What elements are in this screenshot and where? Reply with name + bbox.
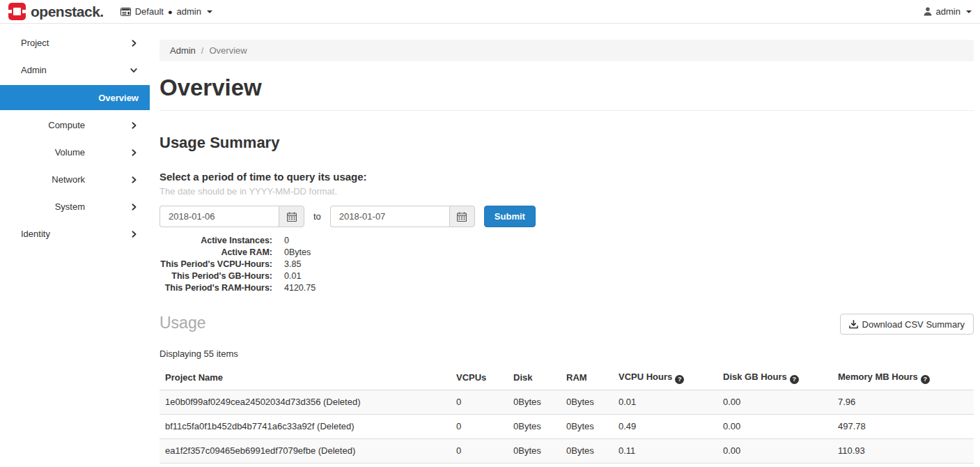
calendar-icon[interactable] (279, 206, 304, 227)
table-header-row: Project Name VCPUs Disk RAM VCPU Hours? … (160, 367, 974, 390)
download-csv-button[interactable]: Download CSV Summary (840, 314, 974, 335)
cell-vcpu-hours: 0.01 (613, 390, 717, 414)
col-header-project-name[interactable]: Project Name (160, 367, 451, 390)
chevron-down-icon (966, 10, 972, 13)
domain-label: Default (135, 6, 164, 17)
context-separator-dot: ● (168, 8, 173, 16)
usage-stats: Active Instances: 0 Active RAM: 0Bytes T… (160, 236, 974, 293)
download-csv-label: Download CSV Summary (862, 319, 965, 330)
col-header-vcpus[interactable]: VCPUs (451, 367, 508, 390)
calendar-icon[interactable] (449, 206, 475, 227)
user-menu[interactable]: admin (924, 6, 972, 17)
items-count: Displaying 55 items (160, 349, 974, 359)
cell-ram: 0Bytes (561, 438, 613, 463)
chevron-right-icon (130, 121, 138, 130)
openstack-logo-icon (8, 3, 26, 20)
sidebar-item-identity[interactable]: Identity (0, 220, 150, 247)
chevron-right-icon (130, 230, 138, 238)
stat-value: 0Bytes (284, 247, 974, 257)
title-divider (160, 110, 974, 111)
stat-label: This Period's VCPU-Hours: (160, 259, 272, 269)
stat-label: This Period's GB-Hours: (160, 271, 272, 281)
cell-project-name: bf11c5fa0f1b452db4b7741a6c33a92f (Delete… (160, 414, 451, 438)
user-name: admin (936, 6, 960, 17)
date-format-hint: The date should be in YYYY-MM-DD format. (160, 186, 974, 197)
cell-memory-mb-hours: 110.93 (832, 438, 974, 463)
help-icon[interactable]: ? (675, 375, 684, 384)
cell-memory-mb-hours: 497.78 (832, 414, 974, 438)
usage-section-header: Usage Download CSV Summary (160, 314, 974, 335)
sidebar-nav: Project Admin Overview Compute Volume (0, 24, 150, 467)
cell-memory-mb-hours: 7.96 (832, 390, 974, 414)
user-icon (924, 7, 932, 16)
sidebar-item-network[interactable]: Network (0, 166, 150, 193)
col-header-vcpu-hours[interactable]: VCPU Hours? (613, 367, 717, 390)
stat-label: Active Instances: (160, 236, 272, 245)
date-to-group (330, 206, 475, 227)
sidebar-item-system[interactable]: System (0, 193, 150, 220)
col-header-ram[interactable]: RAM (561, 367, 613, 390)
chevron-right-icon (130, 203, 138, 211)
sidebar-item-project[interactable]: Project (0, 29, 150, 56)
help-icon[interactable]: ? (790, 375, 799, 384)
chevron-down-icon (207, 10, 212, 13)
cell-project-name: ea1f2f357c09465eb6991edf7079efbe (Delete… (160, 438, 451, 463)
table-row: bf11c5fa0f1b452db4b7741a6c33a92f (Delete… (160, 414, 974, 438)
chevron-down-icon (130, 66, 138, 74)
cell-disk-gb-hours: 0.00 (717, 390, 832, 414)
col-header-disk-gb-hours[interactable]: Disk GB Hours? (717, 367, 832, 390)
sidebar-item-label: Identity (21, 229, 50, 239)
sidebar-item-label: Project (21, 38, 49, 48)
project-label: admin (177, 6, 201, 17)
stat-value: 0 (284, 236, 974, 245)
sidebar-item-label: Compute (48, 120, 85, 130)
date-range-form: to Submit (160, 206, 974, 227)
table-row: 1e0b0f99af0249cea24502034d73d356 (Delete… (160, 390, 974, 414)
page-title: Overview (160, 74, 974, 102)
col-header-memory-mb-hours[interactable]: Memory MB Hours? (832, 367, 974, 390)
sidebar-item-label: Overview (98, 93, 139, 103)
sidebar-item-overview[interactable]: Overview (0, 85, 150, 110)
brand-name: openstack. (31, 3, 104, 20)
period-prompt: Select a period of time to query its usa… (160, 171, 974, 183)
cell-disk-gb-hours: 0.00 (717, 438, 832, 463)
breadcrumb-current: Overview (209, 45, 247, 56)
cell-vcpus: 0 (451, 438, 508, 463)
date-from-input[interactable] (160, 206, 279, 227)
chevron-right-icon (130, 148, 138, 157)
sidebar-item-label: Admin (21, 65, 47, 75)
download-icon (849, 320, 858, 329)
help-icon[interactable]: ? (921, 375, 930, 384)
sidebar-item-admin[interactable]: Admin (0, 56, 150, 84)
cell-disk: 0Bytes (508, 390, 561, 414)
chevron-right-icon (130, 39, 138, 47)
sidebar-item-compute[interactable]: Compute (0, 112, 150, 139)
top-navbar: openstack. Default ● admin admin (0, 0, 980, 24)
chevron-right-icon (130, 176, 138, 184)
brand-logo[interactable]: openstack. (8, 3, 104, 20)
stat-value: 3.85 (284, 259, 974, 269)
submit-button[interactable]: Submit (484, 206, 536, 227)
domain-icon (120, 8, 131, 16)
domain-project-switcher[interactable]: Default ● admin (120, 6, 212, 17)
date-to-input[interactable] (330, 206, 449, 227)
cell-disk: 0Bytes (508, 414, 561, 438)
table-row: ea1f2f357c09465eb6991edf7079efbe (Delete… (160, 438, 974, 463)
breadcrumb: Admin / Overview (160, 40, 974, 61)
cell-disk-gb-hours: 0.00 (717, 414, 832, 438)
sidebar-item-label: System (55, 201, 85, 212)
date-from-group (160, 206, 304, 227)
main-content: Admin / Overview Overview Usage Summary … (150, 24, 980, 467)
stat-label: This Period's RAM-Hours: (160, 283, 272, 293)
cell-vcpus: 0 (451, 390, 508, 414)
sidebar-item-volume[interactable]: Volume (0, 139, 150, 166)
cell-disk: 0Bytes (508, 438, 561, 463)
cell-vcpus: 0 (451, 414, 508, 438)
cell-ram: 0Bytes (561, 390, 613, 414)
col-header-disk[interactable]: Disk (508, 367, 561, 390)
breadcrumb-admin-link[interactable]: Admin (170, 45, 196, 56)
cell-ram: 0Bytes (561, 414, 613, 438)
stat-value: 0.01 (284, 271, 974, 281)
usage-heading: Usage (160, 314, 205, 332)
usage-table: Project Name VCPUs Disk RAM VCPU Hours? … (160, 367, 974, 464)
